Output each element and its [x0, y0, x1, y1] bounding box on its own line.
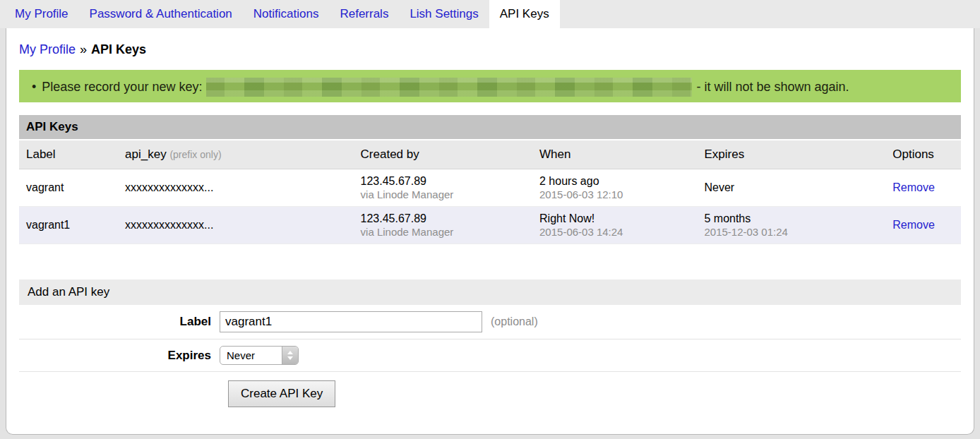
table-row: vagrant1 xxxxxxxxxxxxxx... 123.45.67.89 … [19, 207, 961, 244]
content-card: My Profile»API Keys •Please record your … [6, 28, 974, 435]
api-keys-table: API Keys Label api_key (prefix only) Cre… [19, 115, 961, 244]
label-form-row: Label (optional) [19, 305, 961, 339]
when-cell: 2 hours ago 2015-06-03 12:10 [532, 169, 697, 207]
column-header-options: Options [885, 140, 961, 169]
api-key-note: (prefix only) [169, 149, 221, 160]
column-header-api-key: api_key (prefix only) [118, 140, 354, 169]
key-label-cell: vagrant [19, 169, 118, 207]
add-api-key-section-title: Add an API key [19, 279, 961, 305]
chevron-down-icon [287, 356, 293, 360]
profile-tab-bar: My Profile Password & Authentication Not… [0, 0, 980, 28]
redacted-api-key [206, 78, 692, 97]
when-cell: Right Now! 2015-06-03 14:24 [532, 207, 697, 244]
create-api-key-button[interactable]: Create API Key [228, 380, 335, 407]
expires-cell: Never [697, 169, 885, 207]
breadcrumb: My Profile»API Keys [6, 28, 974, 67]
remove-key-link[interactable]: Remove [892, 219, 935, 231]
tab-lish-settings[interactable]: Lish Settings [399, 0, 489, 28]
options-cell: Remove [885, 207, 961, 244]
created-by-cell: 123.45.67.89 via Linode Manager [354, 169, 532, 207]
banner-suffix: - it will not be shown again. [696, 80, 849, 94]
key-label-cell: vagrant1 [19, 207, 118, 244]
column-header-when: When [532, 140, 697, 169]
expires-select-value: Never [220, 347, 282, 364]
table-title: API Keys [19, 115, 961, 140]
breadcrumb-my-profile-link[interactable]: My Profile [19, 42, 76, 56]
options-cell: Remove [885, 169, 961, 207]
remove-key-link[interactable]: Remove [892, 181, 935, 193]
expires-form-row: Expires Never [19, 339, 961, 372]
created-by-cell: 123.45.67.89 via Linode Manager [354, 207, 532, 244]
key-prefix-cell: xxxxxxxxxxxxxx... [118, 169, 354, 207]
tab-referrals[interactable]: Referrals [329, 0, 399, 28]
chevron-up-icon [287, 351, 293, 354]
column-header-expires: Expires [697, 140, 885, 169]
key-prefix-cell: xxxxxxxxxxxxxx... [118, 207, 354, 244]
label-field-label: Label [19, 315, 220, 329]
column-header-created-by: Created by [354, 140, 532, 169]
banner-message: Please record your new key: [42, 80, 202, 94]
tab-password-authentication[interactable]: Password & Authentication [79, 0, 243, 28]
select-stepper-icon [282, 347, 298, 364]
banner-bullet: • [32, 80, 36, 94]
submit-row: Create API Key [19, 372, 961, 407]
expires-select[interactable]: Never [220, 346, 299, 365]
expires-cell: 5 months 2015-12-03 01:24 [697, 207, 885, 244]
tab-api-keys[interactable]: API Keys [489, 0, 560, 28]
label-input[interactable] [220, 311, 482, 332]
optional-hint: (optional) [491, 315, 538, 328]
tab-notifications[interactable]: Notifications [243, 0, 330, 28]
breadcrumb-separator: » [80, 42, 87, 56]
expires-field-label: Expires [19, 349, 220, 363]
column-header-label: Label [19, 140, 118, 169]
tab-my-profile[interactable]: My Profile [4, 0, 79, 28]
new-key-banner: •Please record your new key:- it will no… [19, 70, 961, 102]
table-row: vagrant xxxxxxxxxxxxxx... 123.45.67.89 v… [19, 169, 961, 207]
breadcrumb-current-page: API Keys [91, 42, 146, 56]
